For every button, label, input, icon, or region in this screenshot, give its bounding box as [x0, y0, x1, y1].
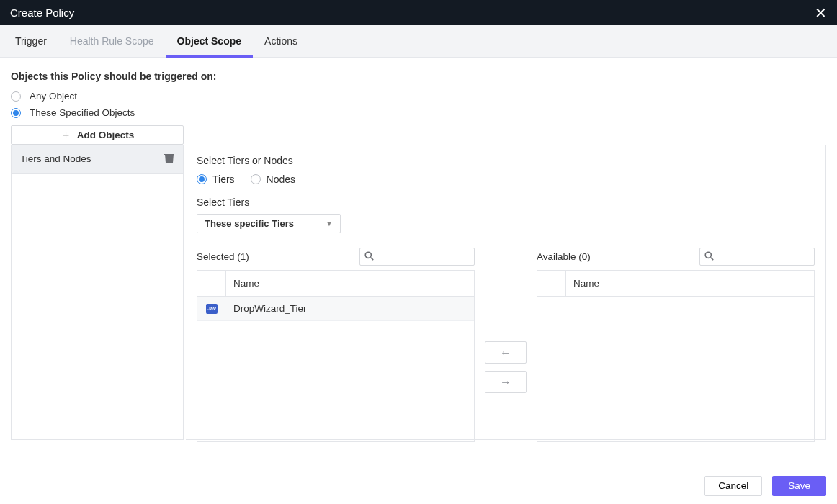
selected-name-col-header: Name — [226, 278, 474, 289]
java-icon: Jav — [206, 304, 218, 314]
selected-grid-head: Name — [197, 271, 474, 297]
svg-line-1 — [371, 257, 373, 259]
available-checkbox-col — [537, 271, 566, 296]
move-left-button[interactable]: ← — [485, 341, 527, 364]
available-grid: Name — [537, 270, 815, 442]
tab-health-rule-scope[interactable]: Health Rule Scope — [58, 25, 166, 57]
dialog-footer: Cancel Save — [0, 467, 837, 504]
selected-search[interactable] — [359, 248, 475, 266]
radio-nodes-row[interactable]: Nodes — [251, 174, 295, 185]
selected-grid: Name Jav DropWizard_Tier — [197, 270, 475, 442]
tiers-scope-dropdown[interactable]: These specific Tiers ▼ — [197, 214, 341, 233]
row-icon-cell: Jav — [197, 297, 226, 320]
plus-icon: ＋ — [61, 128, 71, 142]
dialog-header: Create Policy ✕ — [0, 0, 837, 25]
arrow-left-icon: ← — [500, 346, 511, 359]
available-grid-head: Name — [537, 271, 814, 297]
tab-object-scope[interactable]: Object Scope — [166, 25, 253, 57]
radio-any-object-row[interactable]: Any Object — [11, 91, 826, 102]
radio-nodes-label: Nodes — [267, 174, 295, 185]
dual-listbox: Selected (1) Name — [197, 248, 815, 442]
select-tiers-or-nodes-label: Select Tiers or Nodes — [197, 155, 815, 166]
selected-checkbox-col — [197, 271, 226, 296]
search-icon — [364, 251, 374, 263]
save-button[interactable]: Save — [772, 476, 826, 496]
radio-tiers[interactable] — [197, 174, 207, 184]
radio-any-object[interactable] — [11, 91, 21, 102]
trash-icon[interactable] — [164, 152, 174, 166]
move-right-button[interactable]: → — [485, 371, 527, 393]
tiers-nodes-config-panel: Select Tiers or Nodes Tiers Nodes Select… — [186, 145, 826, 440]
available-count-label: Available (0) — [537, 251, 591, 262]
transfer-buttons: ← → — [475, 341, 537, 393]
available-list-block: Available (0) Name — [537, 248, 815, 442]
tab-actions[interactable]: Actions — [253, 25, 309, 57]
selected-list-header: Selected (1) — [197, 248, 475, 266]
tiers-nodes-radio-group: Tiers Nodes — [197, 174, 815, 185]
radio-nodes[interactable] — [251, 174, 261, 184]
radio-specified-objects[interactable] — [11, 108, 21, 118]
available-list-header: Available (0) — [537, 248, 815, 266]
close-icon[interactable]: ✕ — [815, 4, 827, 22]
selected-list-block: Selected (1) Name — [197, 248, 475, 442]
table-row[interactable]: Jav DropWizard_Tier — [197, 297, 474, 321]
tab-trigger[interactable]: Trigger — [4, 25, 58, 57]
config-layout: Tiers and Nodes Select Tiers or Nodes Ti… — [11, 145, 826, 440]
add-objects-button[interactable]: ＋ Add Objects — [11, 125, 184, 145]
object-type-label: Tiers and Nodes — [20, 153, 91, 164]
available-search[interactable] — [699, 248, 815, 266]
radio-tiers-label: Tiers — [212, 174, 235, 185]
object-type-tiers-nodes[interactable]: Tiers and Nodes — [12, 145, 183, 174]
cancel-button[interactable]: Cancel — [704, 476, 762, 496]
add-objects-label: Add Objects — [77, 130, 135, 140]
dropdown-value: These specific Tiers — [205, 218, 294, 229]
selected-count-label: Selected (1) — [197, 251, 249, 262]
tab-bar: Trigger Health Rule Scope Object Scope A… — [0, 25, 837, 58]
available-name-col-header: Name — [566, 278, 814, 289]
dialog-title: Create Policy — [10, 6, 74, 19]
object-types-panel: Tiers and Nodes — [11, 145, 184, 440]
available-search-input[interactable] — [717, 251, 814, 262]
radio-tiers-row[interactable]: Tiers — [197, 174, 235, 185]
radio-specified-objects-row[interactable]: These Specified Objects — [11, 107, 826, 118]
svg-point-0 — [365, 252, 371, 258]
content-area: Objects this Policy should be triggered … — [0, 58, 837, 440]
section-heading: Objects this Policy should be triggered … — [11, 71, 826, 82]
search-icon — [704, 251, 714, 263]
selected-search-input[interactable] — [377, 251, 474, 262]
arrow-right-icon: → — [500, 376, 511, 389]
radio-any-object-label: Any Object — [30, 91, 77, 102]
radio-specified-objects-label: These Specified Objects — [30, 107, 135, 118]
select-tiers-label: Select Tiers — [197, 197, 815, 208]
svg-point-2 — [705, 252, 711, 258]
chevron-down-icon: ▼ — [326, 220, 333, 228]
svg-line-3 — [711, 257, 713, 259]
row-name: DropWizard_Tier — [226, 303, 307, 314]
